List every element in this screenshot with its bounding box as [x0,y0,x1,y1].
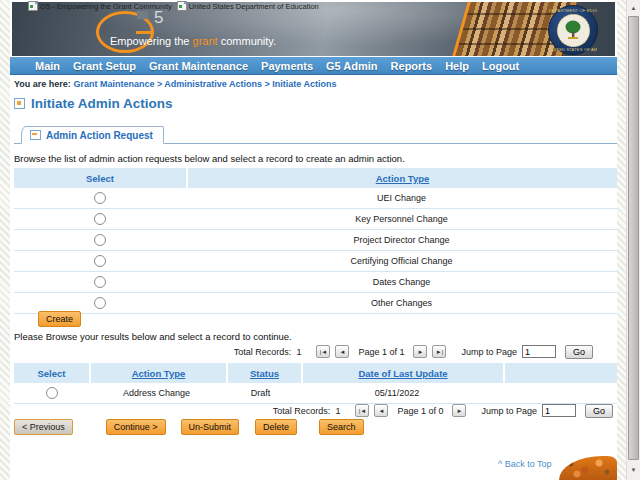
ed-link[interactable]: United States Department of Education [177,1,319,11]
banner-tagline: Empowering the grant community. [110,35,276,47]
intro-text: Browse the list of admin action requests… [14,153,405,164]
breadcrumb-initiate-actions[interactable]: Initiate Actions [272,79,336,89]
total-records-label: Total Records: [234,347,292,357]
nav-help[interactable]: Help [445,60,469,72]
unsubmit-button[interactable]: Un-Submit [181,419,240,435]
radio-dates-change[interactable] [94,276,106,288]
next-page-button[interactable]: ► [413,345,427,358]
total-records-value: 1 [296,347,301,357]
previous-page-button[interactable]: ◄ [335,345,349,358]
nav-grant-setup[interactable]: Grant Setup [73,60,136,72]
department-of-education-seal: DEPARTMENT OF EDUCATION UNITED STATES OF… [548,5,598,55]
previous-button[interactable]: < Previous [14,419,73,435]
table-row: UEI Change [14,188,617,209]
action-type-table: Select Action Type UEI Change Key Person… [14,168,617,314]
first-page-button[interactable]: |◄ [316,345,330,358]
next-page-button[interactable]: ► [452,404,466,417]
radio-project-director-change[interactable] [94,234,106,246]
header-spacer [505,363,617,383]
total-records-value: 1 [335,406,340,416]
broken-image-icon [177,1,187,11]
g5-logo-five: 5 [154,8,164,28]
table-header-row: Select Action Type [14,168,617,188]
scrollbar-thumb[interactable] [628,16,639,460]
jump-to-page-label: Jump to Page [481,406,537,416]
nav-payments[interactable]: Payments [261,60,313,72]
nav-logout[interactable]: Logout [482,60,519,72]
breadcrumb-administrative-actions[interactable]: Administrative Actions [164,79,262,89]
delete-button[interactable]: Delete [255,419,297,435]
header-action-type: Action Type [91,363,226,383]
page-indicator: Page 1 of 0 [397,406,443,416]
previous-page-button[interactable]: ◄ [374,404,388,417]
continue-button[interactable]: Continue > [106,419,166,435]
create-button[interactable]: Create [38,311,81,327]
seal-text-top: DEPARTMENT OF EDUCATION [549,8,597,13]
scroll-down-arrow-icon[interactable]: ▼ [627,464,640,476]
decorative-footer-image [559,456,617,480]
table-row: Project Director Change [14,230,617,251]
tab-strip: Admin Action Request [14,126,617,144]
table-row: Dates Change [14,272,617,293]
page-title-icon [14,98,25,109]
table-row: Key Personnel Change [14,209,617,230]
g5-home-link[interactable]: G5 - Empowering the Grant Community [28,1,172,11]
radio-address-change[interactable] [46,387,58,399]
seal-text-bottom: UNITED STATES OF AMERICA [549,47,597,52]
header-action-type: Action Type [188,168,617,188]
go-button[interactable]: Go [565,345,593,359]
header-date-of-last-update: Date of Last Update [303,363,503,383]
seal-tree-icon [563,19,583,41]
pager-bottom: Total Records: 1 |◄ ◄ Page 1 of 0 ► Jump… [273,403,613,418]
jump-to-page-input[interactable] [542,404,576,417]
breadcrumb-grant-maintenance[interactable]: Grant Maintenance [73,79,154,89]
results-table: Select Action Type Status Date of Last U… [14,363,617,404]
jump-to-page-label: Jump to Page [461,347,517,357]
scroll-up-arrow-icon[interactable]: ▲ [627,2,640,14]
nav-reports[interactable]: Reports [391,60,433,72]
header-select: Select [14,168,186,188]
table-row: Other Changes [14,293,617,314]
pager-top: Total Records: 1 |◄ ◄ Page 1 of 1 ► ►| J… [234,344,593,359]
last-page-button[interactable]: ►| [432,345,446,358]
seal-inner [557,14,590,47]
results-note: Please Browse your results below and sel… [14,331,292,342]
breadcrumb-prefix: You are here: [14,79,71,89]
tab-icon [30,130,41,140]
main-navbar: Main Grant Setup Grant Maintenance Payme… [10,57,617,75]
banner-alt-links: G5 - Empowering the Grant Community Unit… [28,1,319,11]
radio-key-personnel-change[interactable] [94,213,106,225]
table-header-row: Select Action Type Status Date of Last U… [14,363,617,383]
page-title: Initiate Admin Actions [14,96,173,111]
radio-other-changes[interactable] [94,297,106,309]
result-status: Draft [224,383,297,403]
nav-main[interactable]: Main [35,60,60,72]
nav-g5-admin[interactable]: G5 Admin [326,60,378,72]
result-action-type: Address Change [89,383,224,403]
radio-uei-change[interactable] [94,192,106,204]
nav-grant-maintenance[interactable]: Grant Maintenance [149,60,248,72]
first-page-button[interactable]: |◄ [355,404,369,417]
go-button[interactable]: Go [585,404,613,418]
result-date: 05/11/2022 [297,383,497,403]
action-buttons: < Previous Continue > Un-Submit Delete S… [14,419,364,435]
header-status: Status [228,363,301,383]
table-row: Address Change Draft 05/11/2022 [14,383,617,404]
page-container: 5 Empowering the grant community. DEPART… [10,0,617,480]
header-select: Select [14,363,89,383]
table-row: Certifying Official Change [14,251,617,272]
back-to-top-link[interactable]: ^ Back to Top [498,459,552,469]
jump-to-page-input[interactable] [522,345,556,358]
broken-image-icon [28,1,38,11]
tab-admin-action-request[interactable]: Admin Action Request [21,126,164,144]
vertical-scrollbar[interactable]: ▲ ▼ [626,0,640,480]
radio-certifying-official-change[interactable] [94,255,106,267]
total-records-label: Total Records: [273,406,331,416]
breadcrumb: You are here: Grant Maintenance > Admini… [14,79,337,89]
search-button[interactable]: Search [319,419,364,435]
page-indicator: Page 1 of 1 [358,347,404,357]
